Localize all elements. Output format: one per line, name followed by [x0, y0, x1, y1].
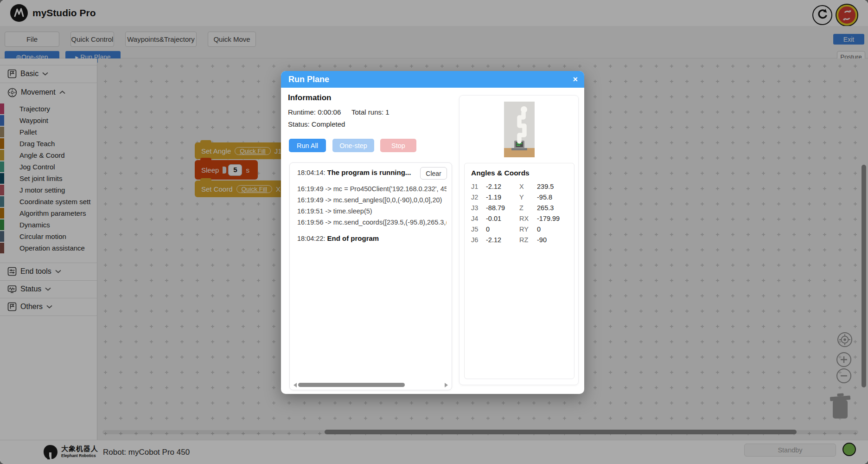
angles-row: J1-2.12 X239.5	[471, 183, 569, 193]
one-step-button[interactable]: One-step	[332, 139, 374, 152]
angles-row: J2-1.19 Y-95.8	[471, 193, 569, 204]
stop-button[interactable]: Stop	[380, 139, 416, 152]
status-value: Status: Completed	[288, 120, 345, 128]
app-window: myStudio Pro File Quick Control Waypoint…	[0, 0, 868, 464]
dialog-title: Run Plane	[288, 75, 329, 84]
log-scroll-left-icon[interactable]	[294, 383, 297, 387]
angles-row: J3-88.79 Z265.3	[471, 204, 569, 215]
program-log-panel: 18:04:14: The program is running... Clea…	[289, 162, 452, 390]
angles-row: J6-2.12 RZ-90	[471, 236, 569, 247]
robot-state-card: Angles & Coords J1-2.12 X239.5 J2-1.19 Y…	[459, 95, 579, 385]
log-entry: 16:19:56 -> mc.send_coords([239.5,(-95.8…	[297, 219, 447, 226]
runtime-value: Runtime: 0:00:06	[288, 108, 341, 116]
dialog-header: Run Plane ×	[281, 71, 584, 88]
log-entry: 16:19:51 -> time.sleep(5)	[297, 207, 447, 215]
log-scroll-right-icon[interactable]	[445, 383, 448, 387]
clear-log-button[interactable]: Clear	[420, 167, 447, 180]
angles-row: J4-0.01 RX-179.99	[471, 215, 569, 226]
log-entry: 16:19:49 -> mc.send_angles([0,0,(-90),0,…	[297, 196, 447, 204]
total-runs-value: Total runs: 1	[351, 108, 389, 116]
log-running-line: 18:04:14: The program is running...	[297, 168, 436, 176]
log-horizontal-scrollbar[interactable]	[298, 383, 405, 387]
log-end-line: 18:04:22: End of program	[297, 234, 447, 242]
close-icon[interactable]: ×	[573, 71, 578, 88]
log-entry: 16:19:49 -> mc = Pro450Client('192.168.0…	[297, 185, 447, 193]
information-heading: Information	[288, 93, 332, 103]
robot-arm-image	[504, 102, 535, 157]
angles-row: J50 RY0	[471, 226, 569, 236]
run-plane-dialog: Run Plane × Information Runtime: 0:00:06…	[281, 71, 584, 394]
angles-coords-title: Angles & Coords	[471, 169, 530, 177]
angles-coords-panel: Angles & Coords J1-2.12 X239.5 J2-1.19 Y…	[464, 163, 574, 379]
run-all-button[interactable]: Run All	[289, 139, 326, 152]
